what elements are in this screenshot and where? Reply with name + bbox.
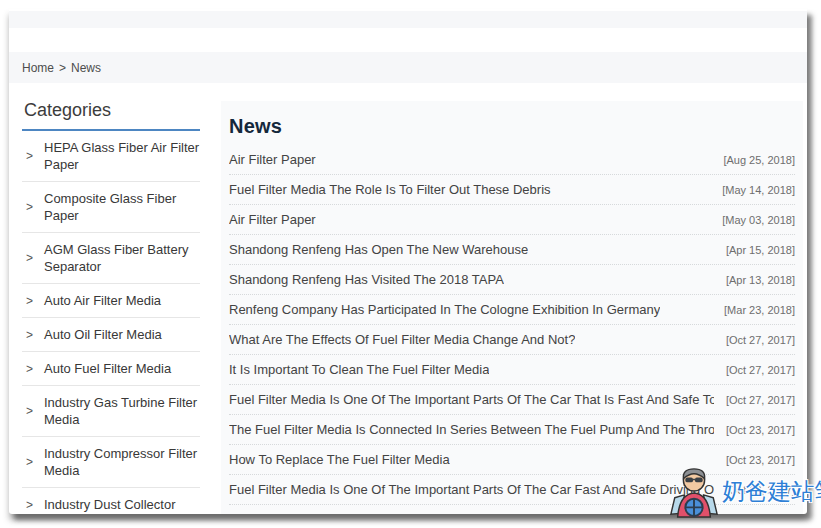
news-list: Air Filter Paper [Aug 25, 2018] Fuel Fil… xyxy=(229,145,795,514)
news-title-link[interactable]: Fuel Filter Media Is One Of The Importan… xyxy=(229,392,714,407)
news-date: [Oct 18, 2017] xyxy=(714,514,795,515)
sidebar-category-item[interactable]: > HEPA Glass Fiber Air Filter Paper xyxy=(22,131,200,182)
news-row: Air Filter Paper [May 03, 2018] xyxy=(229,205,795,235)
chevron-right-icon: > xyxy=(22,498,44,512)
sidebar-category-item[interactable]: > Composite Glass Fiber Paper xyxy=(22,182,200,233)
news-row: Fuel Filter Media The Role Is To Filter … xyxy=(229,505,795,514)
news-row: Fuel Filter Media Is One Of The Importan… xyxy=(229,385,795,415)
news-title-link[interactable]: Fuel Filter Media Is One Of The Importan… xyxy=(229,482,714,497)
chevron-right-icon: > xyxy=(22,328,44,342)
categories-title: Categories xyxy=(22,98,200,131)
news-row: Fuel Filter Media Is One Of The Importan… xyxy=(229,475,795,505)
news-date: [Apr 13, 2018] xyxy=(714,274,795,286)
categories-sidebar: Categories > HEPA Glass Fiber Air Filter… xyxy=(22,98,200,514)
sidebar-category-label: Composite Glass Fiber Paper xyxy=(44,190,200,224)
news-row: The Fuel Filter Media Is Connected In Se… xyxy=(229,415,795,445)
chevron-right-icon: > xyxy=(22,251,44,265)
news-title-link[interactable]: Fuel Filter Media The Role Is To Filter … xyxy=(229,512,620,514)
chevron-right-icon: > xyxy=(22,455,44,469)
news-title-link[interactable]: Fuel Filter Media The Role Is To Filter … xyxy=(229,182,551,197)
news-date: [Oct 27, 2017] xyxy=(714,364,795,376)
sidebar-category-label: AGM Glass Fiber Battery Separator xyxy=(44,241,200,275)
news-title-link[interactable]: Air Filter Paper xyxy=(229,212,316,227)
page-title: News xyxy=(229,113,795,139)
news-title-link[interactable]: Renfeng Company Has Participated In The … xyxy=(229,302,660,317)
news-date: [Oct 23, 2017] xyxy=(714,484,795,496)
news-date: [Aug 25, 2018] xyxy=(711,154,795,166)
news-title-link[interactable]: The Fuel Filter Media Is Connected In Se… xyxy=(229,422,714,437)
news-row: Shandong Renfeng Has Visited The 2018 TA… xyxy=(229,265,795,295)
news-date: [Apr 15, 2018] xyxy=(714,244,795,256)
sidebar-category-item[interactable]: > AGM Glass Fiber Battery Separator xyxy=(22,233,200,284)
screenshot-stage: Home > News Categories > HEPA Glass Fibe… xyxy=(0,0,821,528)
page-window: Home > News Categories > HEPA Glass Fibe… xyxy=(9,9,807,514)
sidebar-category-label: Industry Dust Collector xyxy=(44,496,176,513)
news-title-link[interactable]: What Are The Effects Of Fuel Filter Medi… xyxy=(229,332,575,347)
sidebar-category-label: Auto Air Filter Media xyxy=(44,292,161,309)
breadcrumb-home-link[interactable]: Home xyxy=(22,61,54,75)
news-row: Shandong Renfeng Has Open The New Wareho… xyxy=(229,235,795,265)
breadcrumb-separator: > xyxy=(59,61,66,75)
news-row: Air Filter Paper [Aug 25, 2018] xyxy=(229,145,795,175)
news-panel: News Air Filter Paper [Aug 25, 2018] Fue… xyxy=(221,101,803,514)
sidebar-category-label: Industry Gas Turbine Filter Media xyxy=(44,394,200,428)
chevron-right-icon: > xyxy=(22,294,44,308)
news-title-link[interactable]: Shandong Renfeng Has Open The New Wareho… xyxy=(229,242,528,257)
chevron-right-icon: > xyxy=(22,362,44,376)
sidebar-category-item[interactable]: > Auto Oil Filter Media xyxy=(22,318,200,352)
news-row: Renfeng Company Has Participated In The … xyxy=(229,295,795,325)
chevron-right-icon: > xyxy=(22,149,44,163)
sidebar-category-item[interactable]: > Industry Dust Collector xyxy=(22,488,200,514)
news-date: [Oct 27, 2017] xyxy=(714,394,795,406)
news-date: [May 14, 2018] xyxy=(710,184,795,196)
chevron-right-icon: > xyxy=(22,404,44,418)
news-title-link[interactable]: It Is Important To Clean The Fuel Filter… xyxy=(229,362,489,377)
sidebar-category-item[interactable]: > Industry Gas Turbine Filter Media xyxy=(22,386,200,437)
category-list: > HEPA Glass Fiber Air Filter Paper > Co… xyxy=(22,131,200,514)
news-row: How To Replace The Fuel Filter Media [Oc… xyxy=(229,445,795,475)
sidebar-category-item[interactable]: > Industry Compressor Filter Media xyxy=(22,437,200,488)
sidebar-category-label: Industry Compressor Filter Media xyxy=(44,445,200,479)
news-row: What Are The Effects Of Fuel Filter Medi… xyxy=(229,325,795,355)
news-date: [Oct 27, 2017] xyxy=(714,334,795,346)
news-date: [Oct 23, 2017] xyxy=(714,454,795,466)
news-date: [May 03, 2018] xyxy=(710,214,795,226)
sidebar-category-item[interactable]: > Auto Air Filter Media xyxy=(22,284,200,318)
news-date: [Oct 23, 2017] xyxy=(714,424,795,436)
chevron-right-icon: > xyxy=(22,200,44,214)
news-row: Fuel Filter Media The Role Is To Filter … xyxy=(229,175,795,205)
news-title-link[interactable]: How To Replace The Fuel Filter Media xyxy=(229,452,450,467)
news-title-link[interactable]: Shandong Renfeng Has Visited The 2018 TA… xyxy=(229,272,504,287)
breadcrumb: Home > News xyxy=(9,52,807,83)
sidebar-category-item[interactable]: > Auto Fuel Filter Media xyxy=(22,352,200,386)
sidebar-category-label: Auto Oil Filter Media xyxy=(44,326,162,343)
news-title-link[interactable]: Air Filter Paper xyxy=(229,152,316,167)
news-date: [Mar 23, 2018] xyxy=(712,304,795,316)
header-strip xyxy=(9,11,807,28)
breadcrumb-current: News xyxy=(71,61,101,75)
sidebar-category-label: Auto Fuel Filter Media xyxy=(44,360,171,377)
news-row: It Is Important To Clean The Fuel Filter… xyxy=(229,355,795,385)
sidebar-category-label: HEPA Glass Fiber Air Filter Paper xyxy=(44,139,200,173)
